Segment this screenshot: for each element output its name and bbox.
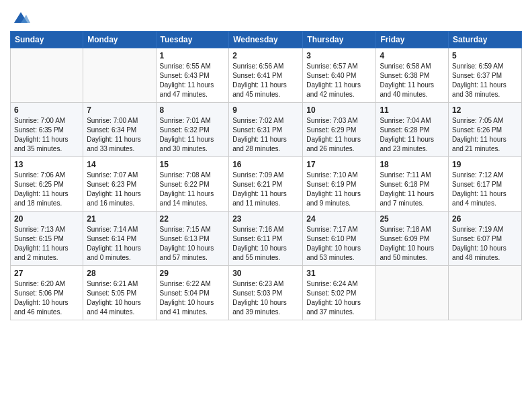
logo-icon bbox=[11, 7, 30, 26]
day-info: Sunrise: 7:00 AMSunset: 6:35 PMDaylight:… bbox=[14, 116, 79, 154]
calendar-cell bbox=[449, 266, 522, 320]
calendar-cell: 8Sunrise: 7:01 AMSunset: 6:32 PMDaylight… bbox=[156, 103, 229, 157]
day-number: 8 bbox=[160, 105, 226, 115]
calendar-cell: 23Sunrise: 7:16 AMSunset: 6:11 PMDayligh… bbox=[229, 212, 303, 266]
day-info: Sunrise: 7:14 AMSunset: 6:14 PMDaylight:… bbox=[87, 225, 152, 263]
col-monday: Monday bbox=[83, 32, 156, 48]
calendar-week-row: 27Sunrise: 6:20 AMSunset: 5:06 PMDayligh… bbox=[11, 266, 522, 320]
calendar-cell: 22Sunrise: 7:15 AMSunset: 6:13 PMDayligh… bbox=[156, 212, 229, 266]
calendar-cell: 11Sunrise: 7:04 AMSunset: 6:28 PMDayligh… bbox=[376, 103, 449, 157]
calendar-header-row: Sunday Monday Tuesday Wednesday Thursday… bbox=[11, 32, 522, 48]
day-info: Sunrise: 7:19 AMSunset: 6:07 PMDaylight:… bbox=[452, 225, 518, 263]
calendar-cell: 5Sunrise: 6:59 AMSunset: 6:37 PMDaylight… bbox=[449, 48, 522, 103]
calendar: Sunday Monday Tuesday Wednesday Thursday… bbox=[10, 31, 522, 320]
calendar-cell: 10Sunrise: 7:03 AMSunset: 6:29 PMDayligh… bbox=[303, 103, 376, 157]
day-number: 11 bbox=[380, 105, 445, 115]
day-info: Sunrise: 7:01 AMSunset: 6:32 PMDaylight:… bbox=[160, 116, 226, 154]
calendar-cell: 17Sunrise: 7:10 AMSunset: 6:19 PMDayligh… bbox=[303, 157, 376, 212]
logo bbox=[10, 7, 30, 26]
calendar-cell: 15Sunrise: 7:08 AMSunset: 6:22 PMDayligh… bbox=[156, 157, 229, 212]
header bbox=[10, 7, 522, 26]
calendar-cell: 30Sunrise: 6:23 AMSunset: 5:03 PMDayligh… bbox=[229, 266, 303, 320]
day-number: 4 bbox=[380, 51, 445, 60]
day-info: Sunrise: 7:11 AMSunset: 6:18 PMDaylight:… bbox=[380, 171, 445, 208]
calendar-cell: 14Sunrise: 7:07 AMSunset: 6:23 PMDayligh… bbox=[83, 157, 156, 212]
day-info: Sunrise: 6:23 AMSunset: 5:03 PMDaylight:… bbox=[232, 279, 299, 317]
calendar-cell: 29Sunrise: 6:22 AMSunset: 5:04 PMDayligh… bbox=[156, 266, 229, 320]
day-info: Sunrise: 6:21 AMSunset: 5:05 PMDaylight:… bbox=[87, 279, 152, 317]
day-number: 3 bbox=[306, 51, 372, 60]
day-number: 13 bbox=[14, 160, 79, 169]
day-number: 15 bbox=[160, 160, 226, 169]
calendar-cell: 6Sunrise: 7:00 AMSunset: 6:35 PMDaylight… bbox=[11, 103, 83, 157]
calendar-cell: 20Sunrise: 7:13 AMSunset: 6:15 PMDayligh… bbox=[11, 212, 83, 266]
day-number: 5 bbox=[452, 51, 518, 60]
day-info: Sunrise: 6:57 AMSunset: 6:40 PMDaylight:… bbox=[306, 62, 372, 99]
col-saturday: Saturday bbox=[449, 32, 522, 48]
day-number: 29 bbox=[160, 269, 226, 278]
day-number: 26 bbox=[452, 214, 518, 224]
calendar-cell: 7Sunrise: 7:00 AMSunset: 6:34 PMDaylight… bbox=[83, 103, 156, 157]
day-info: Sunrise: 6:20 AMSunset: 5:06 PMDaylight:… bbox=[14, 279, 79, 317]
calendar-cell: 13Sunrise: 7:06 AMSunset: 6:25 PMDayligh… bbox=[11, 157, 83, 212]
col-sunday: Sunday bbox=[11, 32, 83, 48]
day-info: Sunrise: 6:59 AMSunset: 6:37 PMDaylight:… bbox=[452, 62, 518, 99]
day-info: Sunrise: 6:56 AMSunset: 6:41 PMDaylight:… bbox=[232, 62, 299, 99]
day-info: Sunrise: 7:15 AMSunset: 6:13 PMDaylight:… bbox=[160, 225, 226, 263]
day-info: Sunrise: 7:18 AMSunset: 6:09 PMDaylight:… bbox=[380, 225, 445, 263]
calendar-week-row: 1Sunrise: 6:55 AMSunset: 6:43 PMDaylight… bbox=[11, 48, 522, 103]
day-info: Sunrise: 7:00 AMSunset: 6:34 PMDaylight:… bbox=[87, 116, 152, 154]
day-number: 9 bbox=[232, 105, 299, 115]
calendar-cell: 16Sunrise: 7:09 AMSunset: 6:21 PMDayligh… bbox=[229, 157, 303, 212]
day-number: 20 bbox=[14, 214, 79, 224]
day-info: Sunrise: 7:03 AMSunset: 6:29 PMDaylight:… bbox=[306, 116, 372, 154]
day-number: 17 bbox=[306, 160, 372, 169]
day-info: Sunrise: 6:22 AMSunset: 5:04 PMDaylight:… bbox=[160, 279, 226, 317]
day-number: 16 bbox=[232, 160, 299, 169]
calendar-cell: 24Sunrise: 7:17 AMSunset: 6:10 PMDayligh… bbox=[303, 212, 376, 266]
day-number: 1 bbox=[160, 51, 226, 60]
calendar-cell: 25Sunrise: 7:18 AMSunset: 6:09 PMDayligh… bbox=[376, 212, 449, 266]
calendar-cell: 4Sunrise: 6:58 AMSunset: 6:38 PMDaylight… bbox=[376, 48, 449, 103]
calendar-cell: 26Sunrise: 7:19 AMSunset: 6:07 PMDayligh… bbox=[449, 212, 522, 266]
calendar-cell: 9Sunrise: 7:02 AMSunset: 6:31 PMDaylight… bbox=[229, 103, 303, 157]
calendar-cell bbox=[376, 266, 449, 320]
day-info: Sunrise: 7:16 AMSunset: 6:11 PMDaylight:… bbox=[232, 225, 299, 263]
calendar-cell: 21Sunrise: 7:14 AMSunset: 6:14 PMDayligh… bbox=[83, 212, 156, 266]
page: Sunday Monday Tuesday Wednesday Thursday… bbox=[0, 0, 532, 411]
day-info: Sunrise: 6:24 AMSunset: 5:02 PMDaylight:… bbox=[306, 279, 372, 317]
calendar-cell: 31Sunrise: 6:24 AMSunset: 5:02 PMDayligh… bbox=[303, 266, 376, 320]
day-info: Sunrise: 7:06 AMSunset: 6:25 PMDaylight:… bbox=[14, 171, 79, 208]
calendar-week-row: 13Sunrise: 7:06 AMSunset: 6:25 PMDayligh… bbox=[11, 157, 522, 212]
day-number: 12 bbox=[452, 105, 518, 115]
calendar-cell: 3Sunrise: 6:57 AMSunset: 6:40 PMDaylight… bbox=[303, 48, 376, 103]
day-number: 30 bbox=[232, 269, 299, 278]
calendar-cell: 18Sunrise: 7:11 AMSunset: 6:18 PMDayligh… bbox=[376, 157, 449, 212]
day-number: 18 bbox=[380, 160, 445, 169]
calendar-cell: 12Sunrise: 7:05 AMSunset: 6:26 PMDayligh… bbox=[449, 103, 522, 157]
calendar-cell: 28Sunrise: 6:21 AMSunset: 5:05 PMDayligh… bbox=[83, 266, 156, 320]
day-info: Sunrise: 7:02 AMSunset: 6:31 PMDaylight:… bbox=[232, 116, 299, 154]
calendar-week-row: 6Sunrise: 7:00 AMSunset: 6:35 PMDaylight… bbox=[11, 103, 522, 157]
day-info: Sunrise: 7:10 AMSunset: 6:19 PMDaylight:… bbox=[306, 171, 372, 208]
day-number: 24 bbox=[306, 214, 372, 224]
day-number: 19 bbox=[452, 160, 518, 169]
day-number: 31 bbox=[306, 269, 372, 278]
day-info: Sunrise: 7:05 AMSunset: 6:26 PMDaylight:… bbox=[452, 116, 518, 154]
day-info: Sunrise: 7:07 AMSunset: 6:23 PMDaylight:… bbox=[87, 171, 152, 208]
day-number: 10 bbox=[306, 105, 372, 115]
day-info: Sunrise: 6:58 AMSunset: 6:38 PMDaylight:… bbox=[380, 62, 445, 99]
day-number: 21 bbox=[87, 214, 152, 224]
day-info: Sunrise: 7:17 AMSunset: 6:10 PMDaylight:… bbox=[306, 225, 372, 263]
calendar-cell bbox=[11, 48, 83, 103]
calendar-cell: 1Sunrise: 6:55 AMSunset: 6:43 PMDaylight… bbox=[156, 48, 229, 103]
day-info: Sunrise: 7:12 AMSunset: 6:17 PMDaylight:… bbox=[452, 171, 518, 208]
col-tuesday: Tuesday bbox=[156, 32, 229, 48]
day-number: 2 bbox=[232, 51, 299, 60]
day-number: 25 bbox=[380, 214, 445, 224]
day-number: 7 bbox=[87, 105, 152, 115]
day-info: Sunrise: 7:09 AMSunset: 6:21 PMDaylight:… bbox=[232, 171, 299, 208]
day-info: Sunrise: 7:13 AMSunset: 6:15 PMDaylight:… bbox=[14, 225, 79, 263]
calendar-cell: 2Sunrise: 6:56 AMSunset: 6:41 PMDaylight… bbox=[229, 48, 303, 103]
day-number: 27 bbox=[14, 269, 79, 278]
